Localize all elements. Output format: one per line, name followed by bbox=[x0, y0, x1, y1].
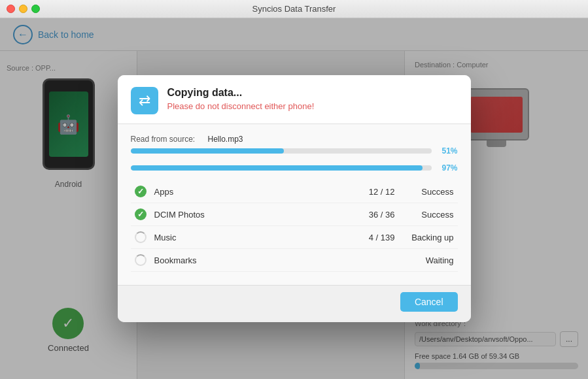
progress-bar-bg-1 bbox=[131, 148, 432, 154]
item-count-cell: 4 / 139 bbox=[307, 226, 398, 249]
title-bar: Syncios Data Transfer bbox=[0, 0, 588, 18]
modal-subtitle: Please do not disconnect either phone! bbox=[167, 101, 315, 111]
progress-pct-2: 97% bbox=[437, 163, 458, 173]
check-icon: ✓ bbox=[135, 208, 147, 220]
modal-body: Read from source: Hello.mp3 51% bbox=[118, 124, 471, 285]
transfer-item: ✓ DCIM Photos 36 / 36 Success bbox=[131, 203, 458, 226]
progress-bar-row-1: 51% bbox=[131, 146, 458, 156]
item-count-cell: 12 / 12 bbox=[307, 180, 398, 203]
item-icon-cell: ✓ bbox=[131, 203, 150, 226]
item-status-cell: Backing up bbox=[399, 226, 458, 249]
progress-row-label-1: Read from source: Hello.mp3 bbox=[131, 135, 458, 144]
progress-filename-1: Hello.mp3 bbox=[208, 135, 243, 144]
window-title: Syncios Data Transfer bbox=[252, 4, 336, 14]
progress-pct-1: 51% bbox=[437, 146, 458, 156]
item-name-cell: Music bbox=[150, 226, 308, 249]
modal-footer: Cancel bbox=[118, 285, 471, 322]
item-status-cell: Success bbox=[399, 180, 458, 203]
modal-header: ⇄ Copying data... Please do not disconne… bbox=[118, 75, 471, 124]
modal-transfer-icon: ⇄ bbox=[131, 87, 158, 114]
item-status-cell: Success bbox=[399, 203, 458, 226]
item-icon-cell: ✓ bbox=[131, 180, 150, 203]
progress-bar-fill-2 bbox=[131, 165, 423, 171]
transfer-item: Music 4 / 139 Backing up bbox=[131, 226, 458, 249]
modal-header-text: Copying data... Please do not disconnect… bbox=[167, 87, 315, 111]
item-name-cell: DCIM Photos bbox=[150, 203, 308, 226]
transfer-table: ✓ Apps 12 / 12 Success ✓ DCIM Photos 36 … bbox=[131, 180, 458, 272]
item-status-cell: Waiting bbox=[399, 249, 458, 272]
spinner-icon bbox=[135, 254, 147, 266]
main-content: ← Back to home Source : OPP... 🤖 Android… bbox=[0, 18, 588, 379]
modal-overlay: ⇄ Copying data... Please do not disconne… bbox=[0, 18, 588, 379]
progress-label-1: Read from source: bbox=[131, 135, 203, 144]
item-count-cell bbox=[307, 249, 398, 272]
item-name-cell: Bookmarks bbox=[150, 249, 308, 272]
progress-bar-bg-2 bbox=[131, 165, 432, 171]
spinner-icon bbox=[135, 231, 147, 243]
item-icon-cell bbox=[131, 249, 150, 272]
progress-section-2: 97% bbox=[131, 163, 458, 173]
item-name-cell: Apps bbox=[150, 180, 308, 203]
item-icon-cell bbox=[131, 226, 150, 249]
window-controls bbox=[7, 5, 40, 13]
transfer-item: Bookmarks Waiting bbox=[131, 249, 458, 272]
transfer-item: ✓ Apps 12 / 12 Success bbox=[131, 180, 458, 203]
check-icon: ✓ bbox=[135, 186, 147, 197]
item-count-cell: 36 / 36 bbox=[307, 203, 398, 226]
progress-bar-row-2: 97% bbox=[131, 163, 458, 173]
close-button[interactable] bbox=[7, 5, 15, 13]
maximize-button[interactable] bbox=[31, 5, 40, 13]
progress-section-1: Read from source: Hello.mp3 51% bbox=[131, 135, 458, 156]
progress-bar-fill-1 bbox=[131, 148, 285, 154]
minimize-button[interactable] bbox=[19, 5, 27, 13]
copy-dialog: ⇄ Copying data... Please do not disconne… bbox=[118, 75, 471, 322]
modal-title: Copying data... bbox=[167, 87, 315, 99]
cancel-button[interactable]: Cancel bbox=[400, 292, 458, 312]
